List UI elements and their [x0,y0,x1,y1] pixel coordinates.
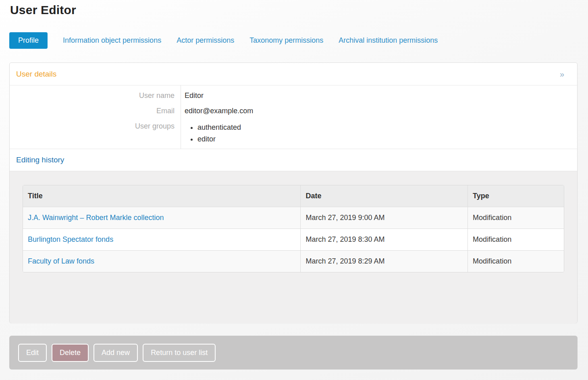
table-row: J.A. Wainwright – Robert Markle collecti… [23,207,564,229]
tabs-nav: Profile Information object permissions A… [9,32,438,49]
user-group-item: authenticated [197,122,577,133]
email-value: editor@example.com [181,106,577,115]
row-date: March 27, 2019 8:29 AM [300,251,467,272]
editing-history-area: Title Date Type J.A. Wainwright – Robert… [10,171,577,323]
actions-bar: Edit Delete Add new Return to user list [9,336,578,370]
user-details-fields: User name Editor Email editor@example.co… [10,85,577,149]
table-row: Burlington Spectator fonds March 27, 201… [23,229,564,251]
page-title: User Editor [10,3,76,17]
tab-archival-institution-permissions[interactable]: Archival institution permissions [339,36,438,45]
tab-actor-permissions[interactable]: Actor permissions [177,36,234,45]
editing-history-heading[interactable]: Editing history [16,156,64,164]
user-group-item: editor [197,133,577,145]
tab-information-object-permissions[interactable]: Information object permissions [63,36,161,45]
row-date: March 27, 2019 8:30 AM [300,229,467,251]
user-groups-list: authenticated editor [197,122,577,145]
user-details-header: User details » [10,63,577,85]
field-row-user-groups: User groups authenticated editor [10,118,577,148]
delete-button[interactable]: Delete [52,344,89,362]
table-row: Faculty of Law fonds March 27, 2019 8:29… [23,251,564,272]
row-title-link[interactable]: Burlington Spectator fonds [28,235,113,243]
email-label: Email [10,106,181,115]
user-name-value: Editor [181,91,577,100]
row-type: Modification [467,207,564,229]
chevron-double-right-icon[interactable]: » [560,70,564,78]
column-header-title: Title [23,185,300,207]
user-groups-value: authenticated editor [181,122,577,145]
user-groups-label: User groups [10,122,181,145]
row-title-link[interactable]: J.A. Wainwright – Robert Markle collecti… [28,214,164,222]
tab-taxonomy-permissions[interactable]: Taxonomy permissions [249,36,323,45]
table-header-row: Title Date Type [23,185,564,207]
tab-profile[interactable]: Profile [9,32,48,49]
column-header-date: Date [300,185,467,207]
field-row-user-name: User name Editor [10,88,577,103]
row-title-link[interactable]: Faculty of Law fonds [28,257,94,265]
fields-divider [181,85,181,149]
row-date: March 27, 2019 9:00 AM [300,207,467,229]
editing-history-header: Editing history [10,149,577,171]
row-type: Modification [467,251,564,272]
field-row-email: Email editor@example.com [10,103,577,118]
return-to-user-list-button[interactable]: Return to user list [143,344,216,362]
editing-history-table: Title Date Type J.A. Wainwright – Robert… [23,185,564,272]
column-header-type: Type [467,185,564,207]
user-name-label: User name [10,91,181,100]
user-details-panel: User details » User name Editor Email ed… [9,62,578,323]
row-type: Modification [467,229,564,251]
user-details-heading: User details [16,70,56,79]
add-new-button[interactable]: Add new [93,344,138,362]
edit-button[interactable]: Edit [18,344,47,362]
